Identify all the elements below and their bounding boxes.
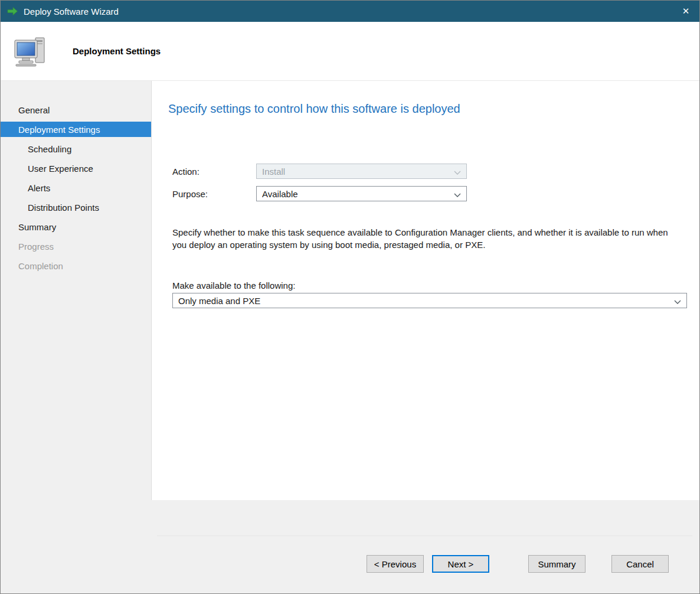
action-dropdown: Install	[256, 164, 467, 179]
close-button[interactable]: ✕	[672, 1, 699, 22]
content-panel: Specify settings to control how this sof…	[151, 81, 699, 500]
sidebar-item-summary[interactable]: Summary	[1, 219, 151, 234]
availability-dropdown[interactable]: Only media and PXE	[172, 293, 687, 308]
chevron-down-icon	[454, 189, 461, 199]
action-dropdown-value: Install	[262, 167, 449, 177]
content-heading: Specify settings to control how this sof…	[168, 102, 460, 116]
availability-description: Specify whether to make this task sequen…	[172, 227, 671, 251]
purpose-dropdown-value: Available	[262, 189, 449, 199]
window-title: Deploy Software Wizard	[24, 6, 119, 17]
availability-label: Make available to the following:	[172, 280, 295, 291]
sidebar-item-deployment-settings[interactable]: Deployment Settings	[1, 122, 151, 137]
purpose-label: Purpose:	[172, 189, 208, 199]
purpose-dropdown[interactable]: Available	[256, 186, 467, 201]
page-title: Deployment Settings	[73, 46, 161, 56]
wizard-step-list: General Deployment Settings Scheduling U…	[1, 81, 151, 593]
summary-button[interactable]: Summary	[528, 555, 585, 573]
computer-icon	[14, 36, 48, 67]
wizard-green-arrow-icon	[6, 6, 18, 16]
chevron-down-icon	[674, 296, 681, 306]
deploy-software-wizard-window: Deploy Software Wizard ✕	[0, 0, 700, 594]
chevron-down-icon	[454, 167, 461, 177]
sidebar-item-user-experience[interactable]: User Experience	[1, 161, 151, 176]
sidebar-item-general[interactable]: General	[1, 102, 151, 118]
availability-dropdown-value: Only media and PXE	[178, 296, 669, 306]
sidebar-item-completion: Completion	[1, 258, 151, 273]
cancel-button[interactable]: Cancel	[611, 555, 669, 573]
sidebar-item-distribution-points[interactable]: Distribution Points	[1, 200, 151, 215]
footer-divider	[157, 536, 692, 536]
wizard-header: Deployment Settings	[1, 22, 699, 81]
sidebar-item-progress: Progress	[1, 239, 151, 254]
action-label: Action:	[172, 167, 199, 177]
sidebar-item-scheduling[interactable]: Scheduling	[1, 141, 151, 156]
previous-button[interactable]: < Previous	[367, 555, 424, 573]
titlebar: Deploy Software Wizard ✕	[1, 1, 699, 22]
next-button[interactable]: Next >	[432, 555, 489, 573]
sidebar-item-alerts[interactable]: Alerts	[1, 180, 151, 195]
